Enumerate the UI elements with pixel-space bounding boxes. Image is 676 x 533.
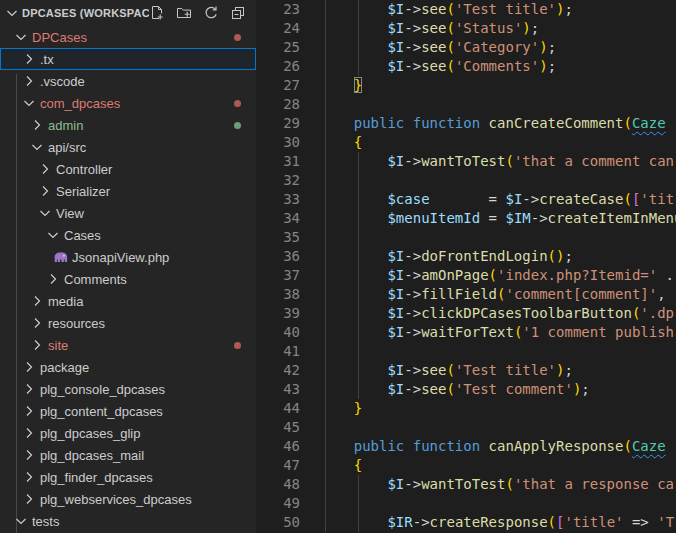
tree-item[interactable]: .tx <box>0 48 256 70</box>
tree-item[interactable]: Comments <box>0 268 256 290</box>
line-number[interactable]: 38 <box>256 285 300 304</box>
line-number[interactable]: 32 <box>256 171 300 190</box>
chevron-right-icon[interactable] <box>21 381 37 397</box>
chevron-right-icon[interactable] <box>21 447 37 463</box>
line-number[interactable]: 50 <box>256 513 300 532</box>
line-number[interactable]: 26 <box>256 57 300 76</box>
line-number[interactable]: 44 <box>256 399 300 418</box>
tree-item[interactable]: View <box>0 202 256 224</box>
line-number[interactable]: 41 <box>256 342 300 361</box>
line-number[interactable]: 47 <box>256 456 300 475</box>
tree-item[interactable]: plg_content_dpcases <box>0 400 256 422</box>
code-line[interactable]: $I->doFrontEndLogin(); <box>320 247 573 266</box>
line-number[interactable]: 35 <box>256 228 300 247</box>
line-number[interactable]: 33 <box>256 190 300 209</box>
tree-item[interactable]: Serializer <box>0 180 256 202</box>
code-line[interactable]: $I->amOnPage('index.php?Itemid=' . <box>320 266 674 285</box>
chevron-down-icon[interactable] <box>21 95 37 111</box>
code-line[interactable]: $I->see('Test comment'); <box>320 380 590 399</box>
line-number[interactable]: 29 <box>256 114 300 133</box>
chevron-right-icon[interactable] <box>37 161 53 177</box>
tree-item[interactable]: plg_webservices_dpcases <box>0 488 256 510</box>
tree-item[interactable]: plg_dpcases_mail <box>0 444 256 466</box>
line-number[interactable]: 36 <box>256 247 300 266</box>
tree-item[interactable]: .vscode <box>0 70 256 92</box>
tree-item[interactable]: media <box>0 290 256 312</box>
line-number[interactable]: 45 <box>256 418 300 437</box>
code-line[interactable]: $I->fillField('comment[comment]', <box>320 285 666 304</box>
line-number[interactable]: 40 <box>256 323 300 342</box>
chevron-right-icon[interactable] <box>45 271 61 287</box>
tree-item[interactable]: resources <box>0 312 256 334</box>
line-number[interactable]: 37 <box>256 266 300 285</box>
chevron-right-icon[interactable] <box>21 425 37 441</box>
chevron-down-icon[interactable] <box>45 227 61 243</box>
explorer-section-header[interactable]: DPCASES (WORKSPACE) <box>0 0 256 26</box>
code-line[interactable]: } <box>320 399 362 418</box>
tree-item[interactable]: tests <box>0 510 256 532</box>
chevron-down-icon[interactable] <box>4 5 20 21</box>
line-number[interactable]: 30 <box>256 133 300 152</box>
chevron-down-icon[interactable] <box>13 513 29 529</box>
tree-item[interactable]: Controller <box>0 158 256 180</box>
chevron-right-icon[interactable] <box>21 73 37 89</box>
chevron-right-icon[interactable] <box>37 183 53 199</box>
chevron-right-icon[interactable] <box>29 293 45 309</box>
code-line[interactable]: } <box>320 76 362 95</box>
line-number[interactable]: 49 <box>256 494 300 513</box>
line-number[interactable]: 46 <box>256 437 300 456</box>
line-number[interactable]: 27 <box>256 76 300 95</box>
line-number[interactable]: 43 <box>256 380 300 399</box>
tree-item[interactable]: admin <box>0 114 256 136</box>
chevron-right-icon[interactable] <box>21 469 37 485</box>
tree-item[interactable]: package <box>0 356 256 378</box>
tree-item[interactable]: plg_console_dpcases <box>0 378 256 400</box>
code-line[interactable]: $IR->createResponse(['title' => 'T <box>320 513 674 532</box>
chevron-right-icon[interactable] <box>21 359 37 375</box>
line-number[interactable]: 24 <box>256 19 300 38</box>
tree-item[interactable]: plg_dpcases_glip <box>0 422 256 444</box>
code-line[interactable]: { <box>320 456 362 475</box>
tree-item[interactable]: api/src <box>0 136 256 158</box>
line-number[interactable]: 34 <box>256 209 300 228</box>
chevron-down-icon[interactable] <box>37 205 53 221</box>
code-line[interactable]: $I->see('Category'); <box>320 38 556 57</box>
code-line[interactable]: $I->see('Comments'); <box>320 57 556 76</box>
line-number[interactable]: 31 <box>256 152 300 171</box>
line-number[interactable]: 48 <box>256 475 300 494</box>
chevron-right-icon[interactable] <box>21 491 37 507</box>
code-editor[interactable]: 23 $I->see('Test title');24 $I->see('Sta… <box>256 0 676 533</box>
code-line[interactable]: $I->see('Test title'); <box>320 0 573 19</box>
code-line[interactable]: $I->waitForText('1 comment publish <box>320 323 674 342</box>
tree-item[interactable]: site <box>0 334 256 356</box>
code-line[interactable]: $I->wantToTest('that a comment can <box>320 152 674 171</box>
new-file-icon[interactable] <box>149 5 165 21</box>
tree-item[interactable]: JsonapiView.php <box>0 246 256 268</box>
line-number[interactable]: 25 <box>256 38 300 57</box>
chevron-right-icon[interactable] <box>21 51 37 67</box>
line-number[interactable]: 39 <box>256 304 300 323</box>
code-line[interactable]: $I->see('Status'); <box>320 19 539 38</box>
new-folder-icon[interactable] <box>176 5 192 21</box>
tree-item[interactable]: DPCases <box>0 26 256 48</box>
line-number[interactable]: 28 <box>256 95 300 114</box>
code-line[interactable]: $case = $I->createCase(['tit <box>320 190 674 209</box>
chevron-down-icon[interactable] <box>29 139 45 155</box>
tree-item[interactable]: Cases <box>0 224 256 246</box>
code-line[interactable]: $I->wantToTest('that a response ca <box>320 475 674 494</box>
refresh-icon[interactable] <box>203 5 219 21</box>
code-line[interactable]: $I->clickDPCasesToolbarButton('.dp <box>320 304 674 323</box>
code-line[interactable]: { <box>320 133 362 152</box>
chevron-right-icon[interactable] <box>21 403 37 419</box>
line-number[interactable]: 42 <box>256 361 300 380</box>
code-line[interactable]: public function canApplyResponse(Caze <box>320 437 666 456</box>
code-line[interactable]: $menuItemId = $IM->createItemInMenu <box>320 209 676 228</box>
chevron-right-icon[interactable] <box>29 337 45 353</box>
chevron-down-icon[interactable] <box>13 29 29 45</box>
collapse-all-icon[interactable] <box>230 5 246 21</box>
code-line[interactable]: public function canCreateComment(Caze <box>320 114 666 133</box>
tree-item[interactable]: com_dpcases <box>0 92 256 114</box>
chevron-right-icon[interactable] <box>29 315 45 331</box>
tree-item[interactable]: plg_finder_dpcases <box>0 466 256 488</box>
line-number[interactable]: 23 <box>256 0 300 19</box>
